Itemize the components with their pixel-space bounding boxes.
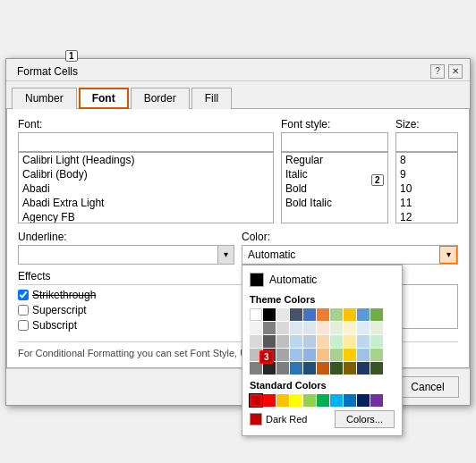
swatch[interactable] <box>330 349 343 361</box>
swatch[interactable] <box>263 308 276 321</box>
list-item[interactable]: Abadi <box>19 181 273 196</box>
swatch[interactable] <box>317 394 329 407</box>
swatch[interactable] <box>276 349 289 361</box>
swatch[interactable] <box>250 335 262 348</box>
underline-select[interactable]: ▾ <box>18 245 234 265</box>
swatch[interactable] <box>344 308 356 321</box>
swatch[interactable] <box>370 308 383 321</box>
list-item[interactable]: Calibri Light (Headings) <box>19 153 273 167</box>
help-button[interactable]: ? <box>430 64 445 79</box>
swatch[interactable] <box>357 394 370 407</box>
swatch[interactable] <box>330 308 343 321</box>
swatch[interactable] <box>370 394 383 407</box>
swatch-dark-red[interactable] <box>250 394 262 407</box>
swatch[interactable] <box>330 394 343 407</box>
strikethrough-checkbox[interactable] <box>18 290 29 300</box>
color-dropdown-container: Automatic ▾ Automatic Theme Colors <box>242 245 458 265</box>
color-dropdown-arrow[interactable]: ▾ <box>439 246 457 264</box>
swatch[interactable] <box>344 335 356 348</box>
swatch[interactable] <box>276 308 289 321</box>
swatch[interactable] <box>250 308 262 321</box>
swatch[interactable] <box>317 308 329 321</box>
list-item[interactable]: Calibri (Body) <box>19 167 273 181</box>
tab-border[interactable]: Border <box>131 88 190 109</box>
swatch[interactable] <box>357 349 370 361</box>
swatch[interactable] <box>290 322 302 334</box>
dark-red-tooltip: Dark Red Colors... <box>250 410 395 428</box>
tab-number[interactable]: Number <box>12 88 77 109</box>
swatch[interactable] <box>344 349 356 361</box>
list-item[interactable]: Bold Italic <box>282 196 387 210</box>
swatch[interactable] <box>303 322 316 334</box>
subscript-checkbox[interactable] <box>18 320 29 331</box>
swatch[interactable] <box>290 349 302 361</box>
list-item[interactable]: Agency FB <box>19 210 273 223</box>
list-item[interactable]: Regular <box>282 153 387 167</box>
swatch[interactable] <box>317 349 329 361</box>
color-value: Automatic <box>242 247 439 263</box>
list-item[interactable]: 8 <box>396 153 457 167</box>
swatch[interactable] <box>317 362 329 375</box>
font-input[interactable] <box>18 132 274 152</box>
swatch[interactable] <box>263 394 276 407</box>
swatch[interactable] <box>250 322 262 334</box>
swatch[interactable] <box>303 349 316 361</box>
list-item[interactable]: 12 <box>396 210 457 223</box>
swatch[interactable] <box>357 362 370 375</box>
swatch[interactable] <box>370 349 383 361</box>
standard-color-grid <box>250 394 395 407</box>
swatch[interactable] <box>276 322 289 334</box>
swatch[interactable] <box>357 322 370 334</box>
swatch[interactable] <box>344 362 356 375</box>
swatch[interactable] <box>370 335 383 348</box>
underline-value <box>19 253 217 257</box>
swatch[interactable] <box>290 394 302 407</box>
swatch[interactable] <box>276 335 289 348</box>
tab-fill[interactable]: Fill <box>191 88 232 109</box>
swatch[interactable] <box>317 322 329 334</box>
swatch[interactable] <box>370 322 383 334</box>
color-dropdown-button[interactable]: Automatic ▾ <box>242 245 458 265</box>
superscript-checkbox[interactable] <box>18 305 29 316</box>
swatch[interactable] <box>303 394 316 407</box>
swatch[interactable] <box>344 394 356 407</box>
swatch[interactable] <box>290 362 302 375</box>
swatch[interactable] <box>344 322 356 334</box>
size-input[interactable] <box>395 132 458 152</box>
list-item[interactable]: 9 <box>396 167 457 181</box>
font-listbox[interactable]: Calibri Light (Headings) Calibri (Body) … <box>18 152 274 223</box>
swatch[interactable] <box>303 335 316 348</box>
underline-arrow[interactable]: ▾ <box>217 246 234 264</box>
theme-color-grid <box>250 308 395 375</box>
automatic-row[interactable]: Automatic <box>250 273 395 287</box>
dark-red-swatch-preview <box>250 413 262 425</box>
cancel-button[interactable]: Cancel <box>396 376 459 398</box>
more-colors-button[interactable]: Colors... <box>335 410 395 428</box>
font-style-listbox[interactable]: Regular Italic Bold Bold Italic <box>281 152 388 223</box>
swatch[interactable] <box>263 335 276 348</box>
tab-font[interactable]: Font <box>79 88 129 109</box>
swatch[interactable] <box>317 335 329 348</box>
list-item[interactable]: 11 <box>396 196 457 210</box>
swatch[interactable] <box>276 394 289 407</box>
swatch[interactable] <box>357 308 370 321</box>
swatch[interactable] <box>330 362 343 375</box>
list-item[interactable]: 10 <box>396 181 457 196</box>
swatch[interactable] <box>276 362 289 375</box>
swatch[interactable] <box>330 322 343 334</box>
size-listbox[interactable]: 8 9 10 11 12 14 <box>395 152 458 223</box>
swatch[interactable] <box>303 308 316 321</box>
font-style-column: Font style: Regular Italic Bold Bold Ita… <box>281 118 388 223</box>
swatch[interactable] <box>303 362 316 375</box>
swatch[interactable] <box>330 335 343 348</box>
font-style-input[interactable] <box>281 132 388 152</box>
swatch[interactable] <box>263 322 276 334</box>
swatch[interactable] <box>357 335 370 348</box>
swatch[interactable] <box>290 335 302 348</box>
font-column: Font: Calibri Light (Headings) Calibri (… <box>18 118 274 223</box>
swatch[interactable] <box>370 362 383 375</box>
swatch[interactable] <box>290 308 302 321</box>
dialog-title: Format Cells <box>17 65 78 78</box>
close-button[interactable]: ✕ <box>448 64 463 79</box>
list-item[interactable]: Abadi Extra Light <box>19 196 273 210</box>
